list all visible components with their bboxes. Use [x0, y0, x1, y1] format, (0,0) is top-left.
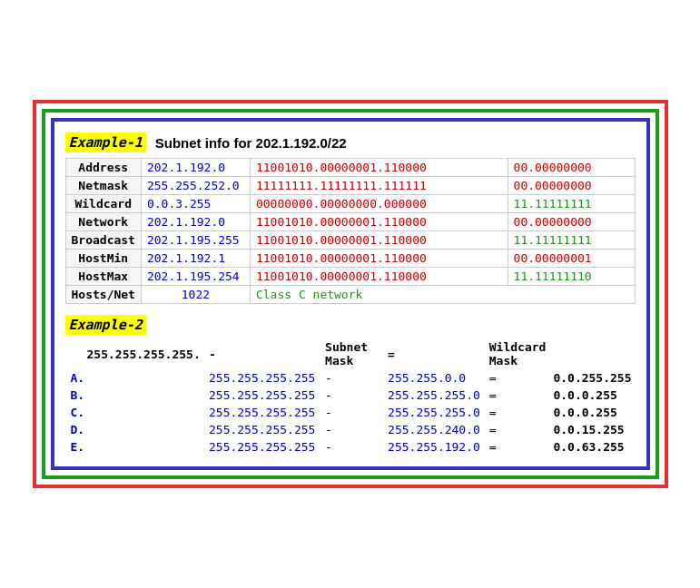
example1-label: Example-1	[65, 132, 146, 152]
example1-header: Example-1 Subnet info for 202.1.192.0/22	[65, 132, 636, 152]
innermost-border: Example-1 Subnet info for 202.1.192.0/22…	[51, 118, 650, 470]
subnet-row: Wildcard0.0.3.25500000000.00000000.00000…	[65, 195, 635, 213]
outer-border: Example-1 Subnet info for 202.1.192.0/22…	[33, 100, 668, 488]
subnet-row-label: Wildcard	[65, 195, 141, 213]
hosts-net-value: 1022	[141, 286, 250, 304]
subnet-row-label: HostMax	[65, 268, 141, 286]
example2-label: Example-2	[65, 315, 146, 335]
subnet-row-bin1: 11001010.00000001.110000	[250, 159, 508, 177]
subnet-row-bin1: 00000000.00000000.000000	[250, 195, 508, 213]
subnet-row-bin1: 11001010.00000001.110000	[250, 231, 508, 250]
subnet-row-ip: 0.0.3.255	[141, 195, 250, 213]
subnet-row-ip: 202.1.195.254	[141, 268, 250, 286]
subnet-row-bin2: 11.11111110	[508, 268, 635, 286]
subnet-row: HostMax202.1.195.25411001010.00000001.11…	[65, 268, 635, 286]
subnet-row-bin2: 00.00000000	[508, 213, 635, 231]
example1-title: Subnet info for 202.1.192.0/22	[155, 135, 347, 151]
subnet-row: Network202.1.192.011001010.00000001.1100…	[65, 213, 635, 231]
subnet-row-label: Broadcast	[65, 231, 141, 250]
inner-border: Example-1 Subnet info for 202.1.192.0/22…	[42, 109, 659, 479]
subnet-row-bin1: 11001010.00000001.110000	[250, 268, 508, 286]
subnet-row-bin2: 00.00000000	[508, 177, 635, 195]
subnet-row-bin2: 11.11111111	[508, 231, 635, 250]
subnet-row-bin2: 11.11111111	[508, 195, 635, 213]
subnet-row: Address202.1.192.011001010.00000001.1100…	[65, 159, 635, 177]
hosts-net-note: Class C network	[250, 286, 635, 304]
subnet-row-label: Address	[65, 159, 141, 177]
example2-section: Example-2 255.255.255.255. - Subnet Mask…	[65, 315, 636, 456]
subnet-row-bin1: 11111111.11111111.111111	[250, 177, 508, 195]
wt-col2-header: -	[205, 338, 321, 369]
subnet-row-ip: 202.1.195.255	[141, 231, 250, 250]
wt-col4-header: =	[384, 338, 486, 369]
wildcard-row: C.255.255.255.255-255.255.255.0=0.0.0.25…	[65, 404, 636, 421]
wt-col1-header: 255.255.255.255.	[65, 338, 205, 369]
example2-header-row: Example-2	[65, 315, 636, 335]
wt-col3-header: Subnet Mask	[321, 338, 384, 369]
wildcard-row: B.255.255.255.255-255.255.255.0=0.0.0.25…	[65, 387, 636, 404]
subnet-row: Netmask255.255.252.011111111.11111111.11…	[65, 177, 635, 195]
hosts-net-row: Hosts/Net1022Class C network	[65, 286, 635, 304]
subnet-row-bin1: 11001010.00000001.110000	[250, 213, 508, 231]
subnet-row-ip: 202.1.192.0	[141, 213, 250, 231]
subnet-row-ip: 255.255.252.0	[141, 177, 250, 195]
wildcard-row: E.255.255.255.255-255.255.192.0=0.0.63.2…	[65, 438, 636, 456]
subnet-row-label: Netmask	[65, 177, 141, 195]
subnet-row-bin2: 00.00000001	[508, 250, 635, 268]
wildcard-header-row: 255.255.255.255. - Subnet Mask = Wildcar…	[65, 338, 636, 369]
subnet-row: HostMin202.1.192.111001010.00000001.1100…	[65, 250, 635, 268]
subnet-row-label: Network	[65, 213, 141, 231]
subnet-row-bin2: 00.00000000	[508, 159, 635, 177]
wildcard-row: D.255.255.255.255-255.255.240.0=0.0.15.2…	[65, 421, 636, 438]
wildcard-table: 255.255.255.255. - Subnet Mask = Wildcar…	[65, 338, 636, 456]
wt-col5-header: Wildcard Mask	[486, 338, 550, 369]
subnet-row-ip: 202.1.192.0	[141, 159, 250, 177]
subnet-row-label: HostMin	[65, 250, 141, 268]
hosts-net-label: Hosts/Net	[65, 286, 141, 304]
subnet-row-ip: 202.1.192.1	[141, 250, 250, 268]
wildcard-row: A.255.255.255.255-255.255.0.0=0.0.255.25…	[65, 369, 636, 387]
subnet-row-bin1: 11001010.00000001.110000	[250, 250, 508, 268]
subnet-table: Address202.1.192.011001010.00000001.1100…	[65, 158, 636, 304]
subnet-row: Broadcast202.1.195.25511001010.00000001.…	[65, 231, 635, 250]
